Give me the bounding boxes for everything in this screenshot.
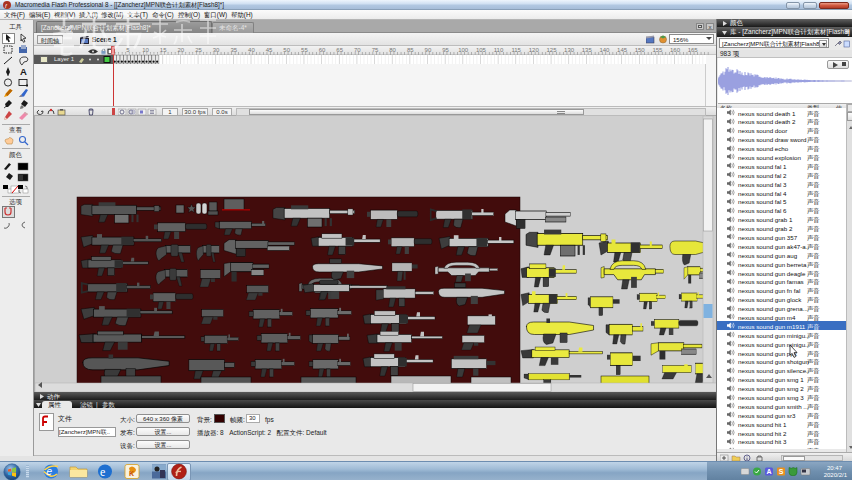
svg-text:A: A [20,66,27,77]
svg-text:A: A [767,468,772,475]
svg-text:S: S [779,468,784,475]
svg-text:K: K [129,470,134,477]
svg-text:e: e [47,466,53,477]
svg-text:e: e [100,465,105,479]
